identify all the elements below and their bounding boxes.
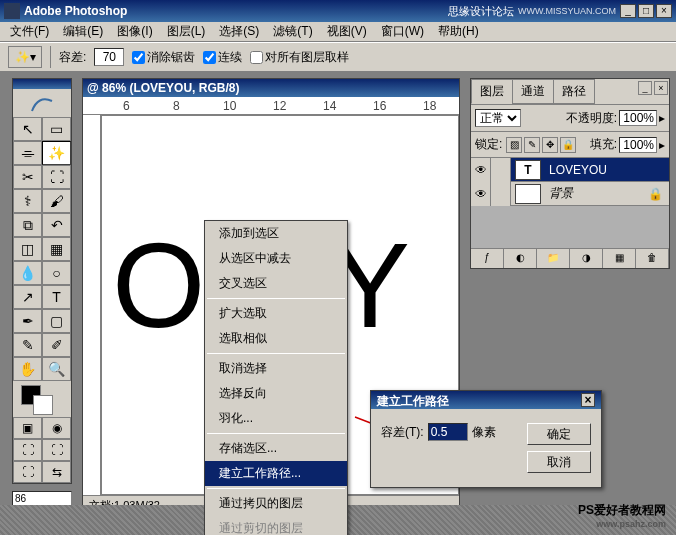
menu-select[interactable]: 选择(S) (213, 21, 265, 42)
lock-label: 锁定: (475, 136, 502, 153)
stamp-tool[interactable]: ⧉ (13, 213, 42, 237)
layer-style-icon[interactable]: ƒ (471, 249, 504, 268)
maximize-button[interactable]: □ (638, 4, 654, 18)
magic-wand-indicator[interactable]: ✨▾ (8, 46, 42, 68)
imageready-jump[interactable]: ⇆ (42, 461, 71, 483)
dialog-title: 建立工作路径 (377, 393, 449, 407)
opacity-dropdown-icon[interactable]: ▸ (659, 111, 665, 125)
ctx-intersect-selection[interactable]: 交叉选区 (205, 271, 347, 296)
ctx-similar[interactable]: 选取相似 (205, 326, 347, 351)
layers-bottom-bar: ƒ ◐ 📁 ◑ ▦ 🗑 (471, 248, 669, 268)
type-layer-icon: T (515, 160, 541, 180)
dialog-ok-button[interactable]: 确定 (527, 423, 591, 445)
all-layers-checkbox[interactable]: 对所有图层取样 (250, 49, 349, 66)
tolerance-label: 容差: (59, 49, 86, 66)
delete-layer-icon[interactable]: 🗑 (636, 249, 669, 268)
ctx-subtract-from-selection[interactable]: 从选区中减去 (205, 246, 347, 271)
antialias-checkbox[interactable]: 消除锯齿 (132, 49, 195, 66)
tab-channels[interactable]: 通道 (512, 79, 554, 104)
blur-tool[interactable]: 💧 (13, 261, 42, 285)
ctx-make-work-path[interactable]: 建立工作路径... (205, 461, 347, 486)
menu-file[interactable]: 文件(F) (4, 21, 55, 42)
ctx-deselect[interactable]: 取消选择 (205, 356, 347, 381)
menu-help[interactable]: 帮助(H) (432, 21, 485, 42)
panel-close-icon[interactable]: × (654, 81, 668, 95)
layer-background[interactable]: 👁 背景 🔒 (471, 182, 669, 206)
lasso-tool[interactable]: ⌯ (13, 141, 42, 165)
screen-mode-2[interactable]: ⛶ (42, 439, 71, 461)
menu-image[interactable]: 图像(I) (111, 21, 158, 42)
pen-tool[interactable]: ✒ (13, 309, 42, 333)
minimize-button[interactable]: _ (620, 4, 636, 18)
menu-view[interactable]: 视图(V) (321, 21, 373, 42)
toolbox-header[interactable] (13, 79, 71, 89)
menu-edit[interactable]: 编辑(E) (57, 21, 109, 42)
dialog-tolerance-input[interactable] (428, 423, 468, 441)
hand-tool[interactable]: ✋ (13, 357, 42, 381)
visibility-icon[interactable]: 👁 (471, 182, 491, 206)
panel-minimize-icon[interactable]: _ (638, 81, 652, 95)
quickmask-mode[interactable]: ◉ (42, 417, 71, 439)
new-layer-icon[interactable]: ▦ (603, 249, 636, 268)
ctx-save-selection[interactable]: 存储选区... (205, 436, 347, 461)
ctx-grow[interactable]: 扩大选取 (205, 301, 347, 326)
menu-filter[interactable]: 滤镜(T) (267, 21, 318, 42)
magic-wand-tool[interactable]: ✨ (42, 141, 71, 165)
ctx-inverse[interactable]: 选择反向 (205, 381, 347, 406)
fill-input[interactable] (619, 137, 657, 153)
tolerance-input[interactable] (94, 48, 124, 66)
menu-layer[interactable]: 图层(L) (161, 21, 212, 42)
fill-dropdown-icon[interactable]: ▸ (659, 138, 665, 152)
lock-all-icon[interactable]: 🔒 (560, 137, 576, 153)
eraser-tool[interactable]: ◫ (13, 237, 42, 261)
move-tool[interactable]: ↖ (13, 117, 42, 141)
brush-tool[interactable]: 🖌 (42, 189, 71, 213)
dialog-tolerance-label: 容差(T): (381, 424, 424, 441)
path-tool[interactable]: ↗ (13, 285, 42, 309)
ctx-layer-via-copy[interactable]: 通过拷贝的图层 (205, 491, 347, 516)
lock-pixels-icon[interactable]: ✎ (524, 137, 540, 153)
layer-loveyou[interactable]: 👁 T LOVEYOU (471, 158, 669, 182)
history-brush-tool[interactable]: ↶ (42, 213, 71, 237)
notes-tool[interactable]: ✎ (13, 333, 42, 357)
menu-window[interactable]: 窗口(W) (375, 21, 430, 42)
crop-tool[interactable]: ✂ (13, 165, 42, 189)
vertical-ruler (83, 115, 101, 495)
link-cell[interactable] (491, 182, 511, 206)
tab-layers[interactable]: 图层 (471, 79, 513, 104)
slice-tool[interactable]: ⛶ (42, 165, 71, 189)
gradient-tool[interactable]: ▦ (42, 237, 71, 261)
screen-mode-3[interactable]: ⛶ (13, 461, 42, 483)
shape-tool[interactable]: ▢ (42, 309, 71, 333)
type-tool[interactable]: T (42, 285, 71, 309)
layer-mask-icon[interactable]: ◐ (504, 249, 537, 268)
dialog-cancel-button[interactable]: 取消 (527, 451, 591, 473)
app-icon (4, 3, 20, 19)
opacity-label: 不透明度: (566, 110, 617, 127)
dodge-tool[interactable]: ○ (42, 261, 71, 285)
background-color[interactable] (33, 395, 53, 415)
marquee-tool[interactable]: ▭ (42, 117, 71, 141)
adjustment-layer-icon[interactable]: ◑ (570, 249, 603, 268)
horizontal-ruler: 6 8 10 12 14 16 18 (83, 97, 459, 115)
lock-transparency-icon[interactable]: ▨ (506, 137, 522, 153)
new-folder-icon[interactable]: 📁 (537, 249, 570, 268)
opacity-input[interactable] (619, 110, 657, 126)
ctx-feather[interactable]: 羽化... (205, 406, 347, 431)
healing-tool[interactable]: ⚕ (13, 189, 42, 213)
zoom-tool[interactable]: 🔍 (42, 357, 71, 381)
document-title[interactable]: @ 86% (LOVEYOU, RGB/8) (83, 79, 459, 97)
dialog-close-button[interactable]: × (581, 393, 595, 407)
link-cell[interactable] (491, 158, 511, 182)
color-swatches[interactable] (13, 381, 71, 417)
lock-position-icon[interactable]: ✥ (542, 137, 558, 153)
contiguous-checkbox[interactable]: 连续 (203, 49, 242, 66)
ctx-add-to-selection[interactable]: 添加到选区 (205, 221, 347, 246)
tab-paths[interactable]: 路径 (553, 79, 595, 104)
eyedropper-tool[interactable]: ✐ (42, 333, 71, 357)
visibility-icon[interactable]: 👁 (471, 158, 491, 182)
blend-mode-select[interactable]: 正常 (475, 109, 521, 127)
standard-mode[interactable]: ▣ (13, 417, 42, 439)
screen-mode-1[interactable]: ⛶ (13, 439, 42, 461)
close-button[interactable]: × (656, 4, 672, 18)
